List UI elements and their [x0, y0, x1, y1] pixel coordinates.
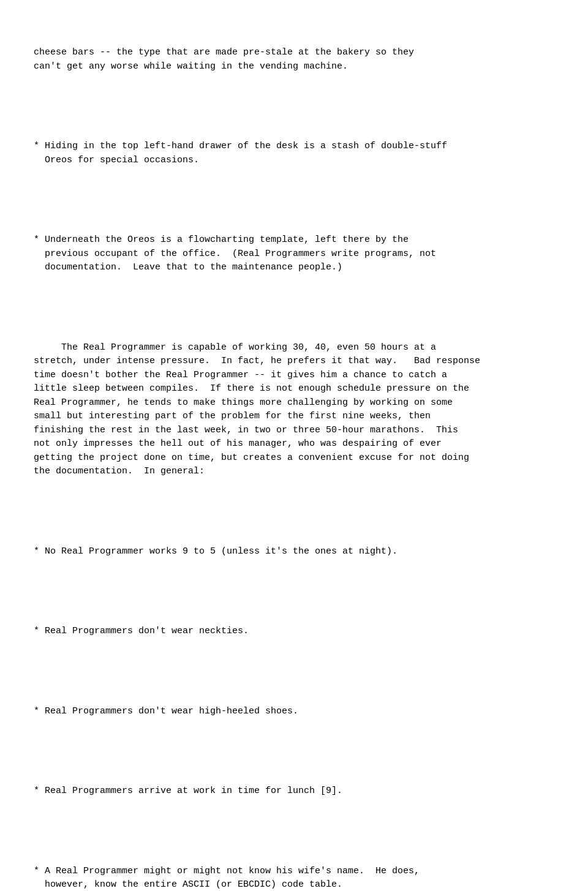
text-block-para1: cheese bars -- the type that are made pr…: [34, 18, 554, 101]
text-block-bullet4: * Real Programmers arrive at work in tim…: [34, 757, 554, 826]
text-block-bullet2: * Real Programmers don't wear neckties.: [34, 597, 554, 666]
text-block-para2: * Hiding in the top left-hand drawer of …: [34, 112, 554, 195]
text-block-bullet3: * Real Programmers don't wear high-heele…: [34, 677, 554, 746]
text-block-para3: * Underneath the Oreos is a flowcharting…: [34, 206, 554, 303]
text-block-para4: The Real Programmer is capable of workin…: [34, 314, 554, 506]
text-block-bullet1: * No Real Programmer works 9 to 5 (unles…: [34, 517, 554, 587]
page-content: cheese bars -- the type that are made pr…: [0, 0, 588, 891]
text-block-bullet5: * A Real Programmer might or might not k…: [34, 837, 554, 892]
